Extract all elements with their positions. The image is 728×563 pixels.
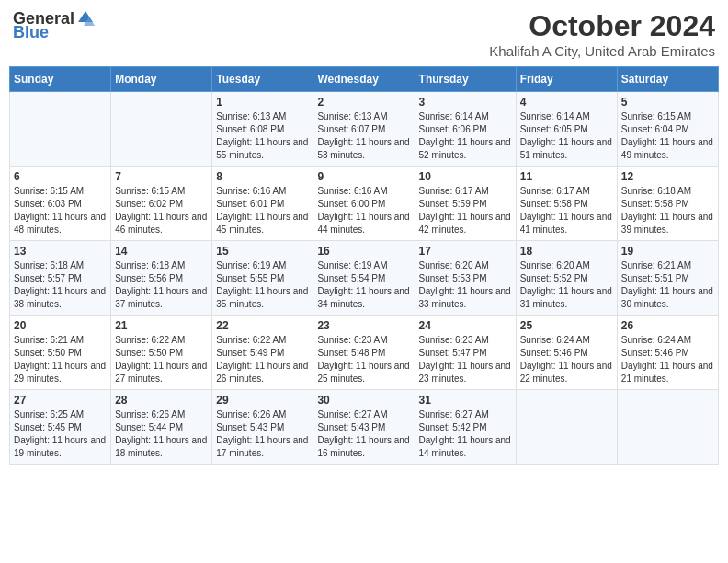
sunrise-text: Sunrise: 6:27 AM	[419, 409, 489, 419]
calendar-cell: 16 Sunrise: 6:19 AM Sunset: 5:54 PM Dayl…	[313, 241, 415, 316]
sunrise-text: Sunrise: 6:24 AM	[520, 335, 590, 345]
day-number: 2	[317, 96, 410, 109]
day-number: 3	[419, 96, 512, 109]
cell-info: Sunrise: 6:23 AM Sunset: 5:47 PM Dayligh…	[419, 334, 512, 385]
calendar-cell	[111, 92, 212, 167]
sunrise-text: Sunrise: 6:17 AM	[419, 186, 489, 196]
daylight-text: Daylight: 11 hours and 35 minutes.	[216, 286, 308, 309]
sunset-text: Sunset: 6:08 PM	[216, 124, 284, 134]
sunrise-text: Sunrise: 6:14 AM	[419, 111, 489, 121]
day-number: 21	[115, 319, 208, 332]
calendar-cell: 1 Sunrise: 6:13 AM Sunset: 6:08 PM Dayli…	[212, 92, 313, 167]
cell-info: Sunrise: 6:15 AM Sunset: 6:03 PM Dayligh…	[14, 185, 107, 236]
daylight-text: Daylight: 11 hours and 52 minutes.	[419, 137, 511, 160]
sunrise-text: Sunrise: 6:21 AM	[14, 335, 84, 345]
sunset-text: Sunset: 6:02 PM	[115, 199, 183, 209]
cell-info: Sunrise: 6:27 AM Sunset: 5:42 PM Dayligh…	[419, 408, 512, 460]
calendar-week-2: 6 Sunrise: 6:15 AM Sunset: 6:03 PM Dayli…	[10, 167, 719, 241]
daylight-text: Daylight: 11 hours and 48 minutes.	[14, 212, 106, 235]
daylight-text: Daylight: 11 hours and 16 minutes.	[317, 435, 409, 458]
calendar-cell: 23 Sunrise: 6:23 AM Sunset: 5:48 PM Dayl…	[313, 316, 415, 390]
cell-info: Sunrise: 6:24 AM Sunset: 5:46 PM Dayligh…	[520, 334, 613, 385]
calendar-cell: 3 Sunrise: 6:14 AM Sunset: 6:06 PM Dayli…	[415, 92, 516, 167]
sunset-text: Sunset: 5:46 PM	[621, 348, 689, 358]
daylight-text: Daylight: 11 hours and 29 minutes.	[14, 361, 106, 384]
daylight-text: Daylight: 11 hours and 53 minutes.	[317, 137, 409, 160]
sunrise-text: Sunrise: 6:19 AM	[216, 260, 286, 270]
sunset-text: Sunset: 5:52 PM	[520, 273, 588, 283]
cell-info: Sunrise: 6:22 AM Sunset: 5:49 PM Dayligh…	[216, 334, 309, 385]
day-number: 5	[621, 96, 714, 109]
cell-info: Sunrise: 6:16 AM Sunset: 6:01 PM Dayligh…	[216, 185, 309, 236]
sunrise-text: Sunrise: 6:15 AM	[621, 111, 691, 121]
day-number: 31	[419, 394, 512, 407]
calendar-week-1: 1 Sunrise: 6:13 AM Sunset: 6:08 PM Dayli…	[10, 92, 719, 167]
sunrise-text: Sunrise: 6:22 AM	[216, 335, 286, 345]
daylight-text: Daylight: 11 hours and 26 minutes.	[216, 361, 308, 384]
sunset-text: Sunset: 6:06 PM	[419, 124, 487, 134]
calendar-cell: 24 Sunrise: 6:23 AM Sunset: 5:47 PM Dayl…	[415, 316, 516, 390]
calendar-cell: 21 Sunrise: 6:22 AM Sunset: 5:50 PM Dayl…	[111, 316, 212, 390]
daylight-text: Daylight: 11 hours and 25 minutes.	[317, 361, 409, 384]
daylight-text: Daylight: 11 hours and 27 minutes.	[115, 361, 207, 384]
title-block: October 2024 Khalifah A City, United Ara…	[489, 9, 715, 59]
calendar-cell: 18 Sunrise: 6:20 AM Sunset: 5:52 PM Dayl…	[516, 241, 617, 316]
sunset-text: Sunset: 6:05 PM	[520, 124, 588, 134]
calendar-cell: 14 Sunrise: 6:18 AM Sunset: 5:56 PM Dayl…	[111, 241, 212, 316]
sunset-text: Sunset: 5:57 PM	[14, 273, 82, 283]
sunset-text: Sunset: 5:46 PM	[520, 348, 588, 358]
logo-icon	[76, 9, 95, 28]
weekday-header-saturday: Saturday	[617, 67, 718, 92]
daylight-text: Daylight: 11 hours and 37 minutes.	[115, 286, 207, 309]
sunrise-text: Sunrise: 6:20 AM	[419, 260, 489, 270]
cell-info: Sunrise: 6:25 AM Sunset: 5:45 PM Dayligh…	[14, 408, 107, 460]
sunrise-text: Sunrise: 6:13 AM	[317, 111, 387, 121]
month-title: October 2024	[489, 9, 715, 43]
sunset-text: Sunset: 6:07 PM	[317, 124, 385, 134]
calendar-cell: 7 Sunrise: 6:15 AM Sunset: 6:02 PM Dayli…	[111, 167, 212, 241]
calendar-cell: 27 Sunrise: 6:25 AM Sunset: 5:45 PM Dayl…	[10, 390, 111, 465]
sunrise-text: Sunrise: 6:20 AM	[520, 260, 590, 270]
day-number: 8	[216, 170, 309, 183]
day-number: 18	[520, 245, 613, 258]
sunset-text: Sunset: 5:58 PM	[621, 199, 689, 209]
day-number: 13	[14, 245, 107, 258]
sunrise-text: Sunrise: 6:16 AM	[216, 186, 286, 196]
cell-info: Sunrise: 6:21 AM Sunset: 5:50 PM Dayligh…	[14, 334, 107, 385]
daylight-text: Daylight: 11 hours and 23 minutes.	[419, 361, 511, 384]
daylight-text: Daylight: 11 hours and 30 minutes.	[621, 286, 713, 309]
day-number: 1	[216, 96, 309, 109]
sunrise-text: Sunrise: 6:27 AM	[317, 409, 387, 419]
calendar-cell: 15 Sunrise: 6:19 AM Sunset: 5:55 PM Dayl…	[212, 241, 313, 316]
daylight-text: Daylight: 11 hours and 55 minutes.	[216, 137, 308, 160]
calendar-cell: 20 Sunrise: 6:21 AM Sunset: 5:50 PM Dayl…	[10, 316, 111, 390]
cell-info: Sunrise: 6:17 AM Sunset: 5:59 PM Dayligh…	[419, 185, 512, 236]
sunrise-text: Sunrise: 6:19 AM	[317, 260, 387, 270]
calendar-cell: 4 Sunrise: 6:14 AM Sunset: 6:05 PM Dayli…	[516, 92, 617, 167]
day-number: 9	[317, 170, 410, 183]
day-number: 17	[419, 245, 512, 258]
sunrise-text: Sunrise: 6:15 AM	[14, 186, 84, 196]
cell-info: Sunrise: 6:13 AM Sunset: 6:08 PM Dayligh…	[216, 110, 309, 162]
sunset-text: Sunset: 5:49 PM	[216, 348, 284, 358]
calendar-cell: 22 Sunrise: 6:22 AM Sunset: 5:49 PM Dayl…	[212, 316, 313, 390]
cell-info: Sunrise: 6:26 AM Sunset: 5:44 PM Dayligh…	[115, 408, 208, 460]
day-number: 23	[317, 319, 410, 332]
sunset-text: Sunset: 5:43 PM	[216, 422, 284, 432]
sunset-text: Sunset: 6:03 PM	[14, 199, 82, 209]
cell-info: Sunrise: 6:15 AM Sunset: 6:04 PM Dayligh…	[621, 110, 714, 162]
cell-info: Sunrise: 6:24 AM Sunset: 5:46 PM Dayligh…	[621, 334, 714, 385]
sunset-text: Sunset: 5:48 PM	[317, 348, 385, 358]
sunset-text: Sunset: 5:53 PM	[419, 273, 487, 283]
sunset-text: Sunset: 5:43 PM	[317, 422, 385, 432]
sunset-text: Sunset: 6:04 PM	[621, 124, 689, 134]
calendar-cell: 11 Sunrise: 6:17 AM Sunset: 5:58 PM Dayl…	[516, 167, 617, 241]
calendar-cell: 28 Sunrise: 6:26 AM Sunset: 5:44 PM Dayl…	[111, 390, 212, 465]
calendar-cell: 26 Sunrise: 6:24 AM Sunset: 5:46 PM Dayl…	[617, 316, 718, 390]
daylight-text: Daylight: 11 hours and 19 minutes.	[14, 435, 106, 458]
daylight-text: Daylight: 11 hours and 38 minutes.	[14, 286, 106, 309]
calendar-cell: 29 Sunrise: 6:26 AM Sunset: 5:43 PM Dayl…	[212, 390, 313, 465]
day-number: 22	[216, 319, 309, 332]
calendar-cell	[617, 390, 718, 465]
daylight-text: Daylight: 11 hours and 14 minutes.	[419, 435, 511, 458]
